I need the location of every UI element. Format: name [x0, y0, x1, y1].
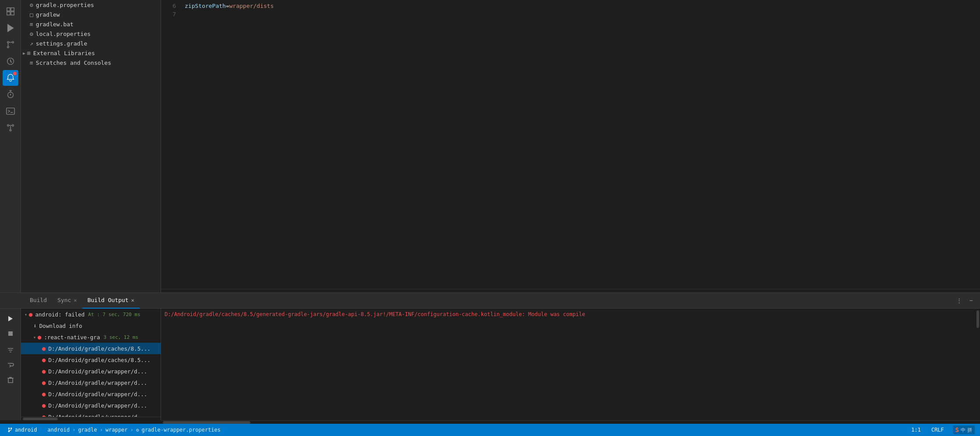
code-area: 6 zipStorePath=wrapper/dists 7 [161, 0, 980, 289]
panel-trash-icon[interactable] [4, 373, 17, 387]
download-icon: ⬇ [33, 323, 37, 329]
build-item-download[interactable]: ⬇ Download info [21, 320, 161, 331]
tab-build-output[interactable]: Build Output ✕ [82, 293, 140, 309]
build-item-label: D:/Android/gradle/wrapper/d... [48, 368, 147, 375]
editor-h-scrollbar[interactable] [161, 289, 980, 292]
build-item-label: D:/Android/gradle/caches/8.5... [48, 357, 150, 363]
tree-item-label: gradlew [36, 11, 60, 18]
tree-item-gradlew-bat[interactable]: ≡ gradlew.bat [21, 19, 161, 29]
build-output-content[interactable]: D:/Android/gradle/caches/8.5/generated-g… [161, 309, 976, 420]
output-h-scrollbar[interactable] [161, 420, 980, 424]
panel-minimize-icon[interactable]: − [966, 295, 976, 306]
breadcrumb-file[interactable]: gradle-wrapper.properties [141, 427, 221, 433]
status-bar-left: android [5, 426, 39, 434]
cursor-position[interactable]: 1:1 [910, 426, 923, 434]
build-item-label: D:/Android/gradle/caches/8.5... [48, 345, 150, 352]
build-item-android[interactable]: ▾ ● android: failed At : 7 sec, 720 ms [21, 309, 161, 320]
branch-name: android [15, 427, 37, 433]
build-item-error-5[interactable]: ● D:/Android/gradle/wrapper/d... [21, 388, 161, 400]
panel-filter-icon[interactable] [4, 344, 17, 357]
breadcrumb-sep-2: › [100, 427, 103, 433]
tab-build-output-close[interactable]: ✕ [131, 297, 134, 303]
svg-point-26 [11, 428, 12, 429]
tab-build[interactable]: Build [25, 293, 52, 309]
error-icon: ● [42, 356, 46, 363]
build-item-error-1[interactable]: ● D:/Android/gradle/caches/8.5... [21, 343, 161, 354]
git-icon[interactable] [3, 37, 18, 53]
line-ending[interactable]: CRLF [930, 426, 946, 434]
tree-item-label: gradle.properties [36, 2, 94, 8]
panel-run-icon[interactable] [4, 312, 17, 325]
tree-h-scrollbar[interactable] [21, 417, 161, 420]
git2-icon[interactable] [3, 120, 18, 136]
gear-icon: ⚙ [30, 31, 33, 37]
build-item-error-2[interactable]: ● D:/Android/gradle/caches/8.5... [21, 354, 161, 366]
svg-rect-20 [8, 331, 13, 336]
breadcrumb-sep-3: › [130, 427, 133, 433]
library-icon: ⊞ [27, 50, 31, 56]
file-tree: ⚙ gradle.properties □ gradlew ≡ gradlew.… [21, 0, 161, 292]
tree-item-label: gradlew.bat [36, 21, 74, 28]
error-icon: ● [38, 334, 41, 341]
svg-point-17 [10, 130, 11, 131]
breadcrumb: android › gradle › wrapper › ⚙ gradle-wr… [48, 427, 221, 433]
breadcrumb-android[interactable]: android [48, 427, 70, 433]
svg-rect-15 [6, 108, 14, 115]
error-icon: ● [29, 311, 32, 318]
tree-item-local-properties[interactable]: ⚙ local.properties [21, 29, 161, 39]
run-icon[interactable] [3, 20, 18, 36]
svg-rect-3 [11, 12, 14, 15]
tree-item-gradlew[interactable]: □ gradlew [21, 10, 161, 19]
terminal-icon[interactable] [3, 103, 18, 119]
panel-tab-bar: Build Sync ✕ Build Output ✕ ⋮ − [0, 293, 980, 309]
output-v-scrollbar[interactable] [976, 309, 980, 420]
explorer-icon[interactable] [3, 4, 18, 19]
error-icon: ● [42, 368, 46, 375]
file-icon: ≡ [30, 21, 33, 28]
breadcrumb-gradle[interactable]: gradle [78, 427, 97, 433]
chevron-right-icon: ▶ [23, 51, 25, 56]
panel-stop-icon[interactable] [4, 327, 17, 340]
build-tree: ▾ ● android: failed At : 7 sec, 720 ms ⬇… [21, 309, 161, 420]
build-item-label: D:/Android/gradle/wrapper/d... [48, 402, 147, 409]
gear-icon: ⚙ [30, 2, 33, 8]
file-icon: □ [30, 11, 33, 18]
build-item-label: D:/Android/gradle/wrapper/d... [48, 380, 147, 386]
build-item-error-4[interactable]: ● D:/Android/gradle/wrapper/d... [21, 377, 161, 388]
tab-sync-label: Sync [57, 297, 71, 303]
output-line: D:/Android/gradle/caches/8.5/generated-g… [165, 310, 972, 318]
error-icon: ● [42, 402, 46, 409]
build-item-error-6[interactable]: ● D:/Android/gradle/wrapper/d... [21, 400, 161, 411]
panel-sidebar-icons [0, 309, 21, 420]
status-bar-right: 1:1 CRLF S 中 拼 [910, 425, 975, 434]
tab-sync[interactable]: Sync ✕ [52, 293, 82, 309]
tree-item-external-libraries[interactable]: ▶ ⊞ External Libraries [21, 48, 161, 58]
notifications-icon[interactable] [3, 70, 18, 86]
svg-point-18 [7, 125, 9, 127]
tab-sync-close[interactable]: ✕ [74, 297, 77, 303]
timer-icon[interactable] [3, 87, 18, 102]
svg-marker-4 [7, 25, 13, 32]
git-branch-icon[interactable]: android [5, 426, 39, 434]
panel-wrap-icon[interactable] [4, 359, 17, 372]
line-ending-label: CRLF [931, 427, 944, 433]
tab-build-label: Build [30, 297, 47, 303]
tree-item-label: settings.gradle [36, 40, 87, 47]
build-item-react-native[interactable]: ▾ ● :react-native-gra 3 sec, 12 ms [21, 331, 161, 343]
build-item-label: :react-native-gra [44, 334, 100, 341]
breadcrumb-icon: ⚙ [136, 427, 139, 433]
breadcrumb-wrapper[interactable]: wrapper [105, 427, 128, 433]
panel-more-icon[interactable]: ⋮ [954, 295, 964, 306]
watch-icon[interactable] [3, 53, 18, 69]
svg-point-5 [7, 42, 9, 43]
line-content: zipStorePath=wrapper/dists [183, 2, 980, 10]
panel-content: ▾ ● android: failed At : 7 sec, 720 ms ⬇… [0, 309, 980, 420]
tree-item-gradle-properties[interactable]: ⚙ gradle.properties [21, 0, 161, 10]
tree-item-label: External Libraries [33, 50, 95, 56]
tree-item-scratches[interactable]: ≡ Scratches and Consoles [21, 58, 161, 67]
tree-item-settings-gradle[interactable]: ↗ settings.gradle [21, 39, 161, 48]
build-item-error-3[interactable]: ● D:/Android/gradle/wrapper/d... [21, 366, 161, 377]
editor: 6 zipStorePath=wrapper/dists 7 [161, 0, 980, 292]
svg-line-12 [11, 61, 12, 63]
code-line-7: 7 [161, 10, 980, 18]
